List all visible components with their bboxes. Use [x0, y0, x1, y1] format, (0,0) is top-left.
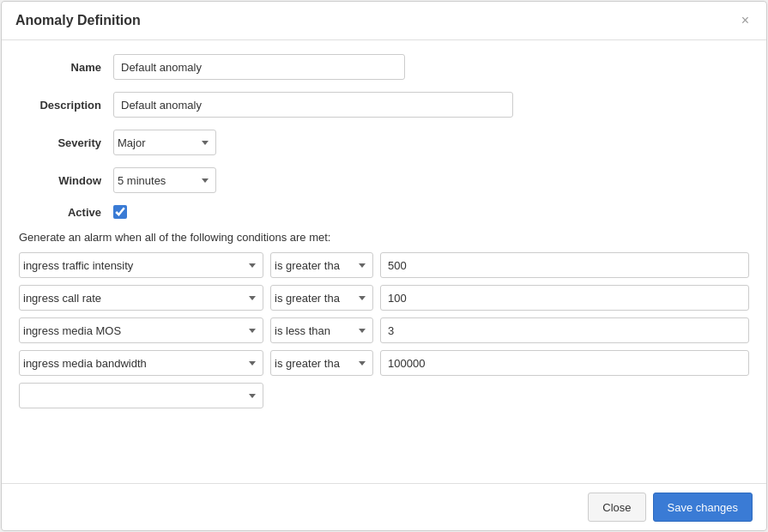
severity-select[interactable]: Major Minor Critical Warning: [113, 130, 216, 155]
condition-metric-select-0[interactable]: ingress traffic intensity ingress call r…: [19, 252, 263, 278]
severity-label: Severity: [19, 136, 113, 149]
condition-row-1: ingress traffic intensity ingress call r…: [19, 285, 749, 311]
condition-metric-select-4[interactable]: ingress traffic intensity ingress call r…: [19, 383, 263, 408]
window-row: Window 5 minutes 10 minutes 15 minutes 3…: [19, 167, 749, 193]
active-label: Active: [19, 206, 113, 219]
description-label: Description: [19, 99, 113, 112]
name-input[interactable]: [113, 54, 405, 80]
dialog-title: Anomaly Definition: [15, 13, 141, 28]
condition-value-input-1[interactable]: [380, 285, 749, 311]
condition-operator-select-0[interactable]: is greater tha is less than is equal to: [270, 252, 373, 278]
conditions-label: Generate an alarm when all of the follow…: [19, 231, 749, 244]
window-select[interactable]: 5 minutes 10 minutes 15 minutes 30 minut…: [113, 167, 216, 193]
condition-value-input-2[interactable]: [380, 317, 749, 343]
description-row: Description: [19, 92, 749, 118]
condition-value-input-0[interactable]: [380, 252, 749, 278]
condition-row-2: ingress traffic intensity ingress call r…: [19, 317, 749, 343]
anomaly-definition-dialog: Anomaly Definition × Name Description Se…: [1, 1, 767, 531]
save-button[interactable]: Save changes: [653, 493, 753, 522]
name-label: Name: [19, 61, 113, 74]
condition-metric-select-1[interactable]: ingress traffic intensity ingress call r…: [19, 285, 263, 311]
severity-row: Severity Major Minor Critical Warning: [19, 130, 749, 155]
dialog-close-x-button[interactable]: ×: [738, 12, 753, 29]
active-row: Active: [19, 205, 749, 219]
condition-value-input-3[interactable]: [380, 350, 749, 376]
condition-metric-select-3[interactable]: ingress traffic intensity ingress call r…: [19, 350, 263, 376]
condition-metric-select-2[interactable]: ingress traffic intensity ingress call r…: [19, 317, 263, 343]
dialog-footer: Close Save changes: [2, 483, 766, 530]
condition-row-4: ingress traffic intensity ingress call r…: [19, 383, 749, 408]
condition-row-3: ingress traffic intensity ingress call r…: [19, 350, 749, 376]
dialog-header: Anomaly Definition ×: [2, 2, 766, 40]
window-label: Window: [19, 174, 113, 187]
condition-operator-select-1[interactable]: is greater tha is less than is equal to: [270, 285, 373, 311]
description-input[interactable]: [113, 92, 513, 118]
condition-operator-select-3[interactable]: is greater tha is less than is equal to: [270, 350, 373, 376]
close-button[interactable]: Close: [588, 493, 645, 522]
condition-operator-select-2[interactable]: is greater tha is less than is equal to: [270, 317, 373, 343]
dialog-body: Name Description Severity Major Minor Cr…: [2, 40, 766, 483]
name-row: Name: [19, 54, 749, 80]
condition-row-0: ingress traffic intensity ingress call r…: [19, 252, 749, 278]
active-checkbox[interactable]: [113, 205, 127, 219]
